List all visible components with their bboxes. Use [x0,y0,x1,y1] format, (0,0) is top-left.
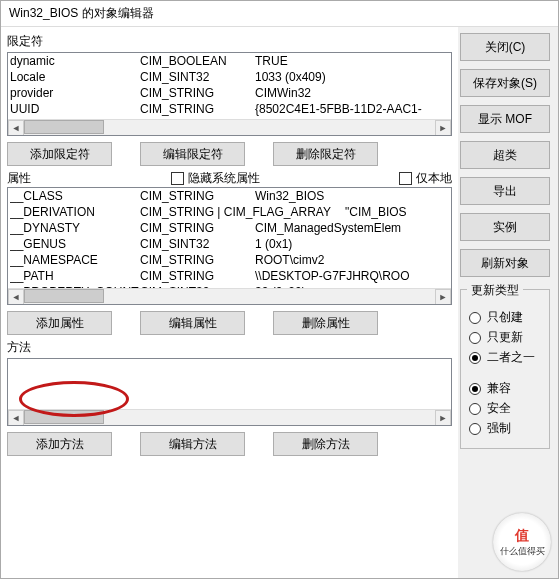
table-row[interactable]: providerCIM_STRINGCIMWin32 [8,85,451,101]
delete-property-button[interactable]: 删除属性 [273,311,378,335]
save-object-button[interactable]: 保存对象(S) [460,69,550,97]
scroll-right-icon[interactable]: ► [435,410,451,426]
properties-label: 属性 [7,170,31,187]
radio-create-only[interactable]: 只创建 [469,309,541,326]
window-body: 限定符 dynamicCIM_BOOLEANTRUE LocaleCIM_SIN… [1,26,558,578]
properties-hscroll[interactable]: ◄ ► [8,288,451,304]
scroll-right-icon[interactable]: ► [435,289,451,305]
side-panel: 关闭(C) 保存对象(S) 显示 MOF 超类 导出 实例 刷新对象 更新类型 … [458,27,558,578]
radio-update-only[interactable]: 只更新 [469,329,541,346]
methods-label: 方法 [7,339,452,356]
window-title: Win32_BIOS 的对象编辑器 [1,1,558,26]
instance-button[interactable]: 实例 [460,213,550,241]
hide-system-label: 隐藏系统属性 [188,170,260,187]
methods-list[interactable]: ◄ ► [7,358,452,426]
table-row[interactable]: __DERIVATIONCIM_STRING | CIM_FLAG_ARRAY"… [8,204,451,220]
superclass-button[interactable]: 超类 [460,141,550,169]
table-row[interactable]: LocaleCIM_SINT321033 (0x409) [8,69,451,85]
add-property-button[interactable]: 添加属性 [7,311,112,335]
properties-list[interactable]: __CLASSCIM_STRINGWin32_BIOS __DERIVATION… [7,187,452,305]
edit-property-button[interactable]: 编辑属性 [140,311,245,335]
table-row[interactable]: dynamicCIM_BOOLEANTRUE [8,53,451,69]
radio-safe[interactable]: 安全 [469,400,541,417]
edit-qualifier-button[interactable]: 编辑限定符 [140,142,245,166]
radio-force[interactable]: 强制 [469,420,541,437]
delete-qualifier-button[interactable]: 删除限定符 [273,142,378,166]
update-type-group: 更新类型 只创建 只更新 二者之一 兼容 安全 强制 [460,289,550,449]
qualifiers-list[interactable]: dynamicCIM_BOOLEANTRUE LocaleCIM_SINT321… [7,52,452,136]
properties-header: 属性 隐藏系统属性 仅本地 [7,170,452,187]
local-only-label: 仅本地 [416,170,452,187]
main-panel: 限定符 dynamicCIM_BOOLEANTRUE LocaleCIM_SIN… [1,27,458,578]
add-method-button[interactable]: 添加方法 [7,432,112,456]
table-row[interactable]: __CLASSCIM_STRINGWin32_BIOS [8,188,451,204]
table-row[interactable]: __PATHCIM_STRING\\DESKTOP-G7FJHRQ\ROO [8,268,451,284]
table-row[interactable]: __GENUSCIM_SINT321 (0x1) [8,236,451,252]
scroll-left-icon[interactable]: ◄ [8,410,24,426]
local-only-checkbox[interactable] [399,172,412,185]
qualifiers-hscroll[interactable]: ◄ ► [8,119,451,135]
show-mof-button[interactable]: 显示 MOF [460,105,550,133]
object-editor-window: Win32_BIOS 的对象编辑器 限定符 dynamicCIM_BOOLEAN… [0,0,559,579]
qualifiers-label: 限定符 [7,33,452,50]
edit-method-button[interactable]: 编辑方法 [140,432,245,456]
radio-either[interactable]: 二者之一 [469,349,541,366]
hide-system-checkbox[interactable] [171,172,184,185]
radio-compatible[interactable]: 兼容 [469,380,541,397]
methods-hscroll[interactable]: ◄ ► [8,409,451,425]
scroll-left-icon[interactable]: ◄ [8,289,24,305]
refresh-object-button[interactable]: 刷新对象 [460,249,550,277]
update-type-label: 更新类型 [467,282,523,299]
table-row[interactable]: __DYNASTYCIM_STRINGCIM_ManagedSystemElem [8,220,451,236]
close-button[interactable]: 关闭(C) [460,33,550,61]
table-row[interactable]: __NAMESPACECIM_STRINGROOT\cimv2 [8,252,451,268]
table-row[interactable]: UUIDCIM_STRING{8502C4E1-5FBB-11D2-AAC1- [8,101,451,117]
export-button[interactable]: 导出 [460,177,550,205]
scroll-left-icon[interactable]: ◄ [8,120,24,136]
add-qualifier-button[interactable]: 添加限定符 [7,142,112,166]
delete-method-button[interactable]: 删除方法 [273,432,378,456]
scroll-right-icon[interactable]: ► [435,120,451,136]
